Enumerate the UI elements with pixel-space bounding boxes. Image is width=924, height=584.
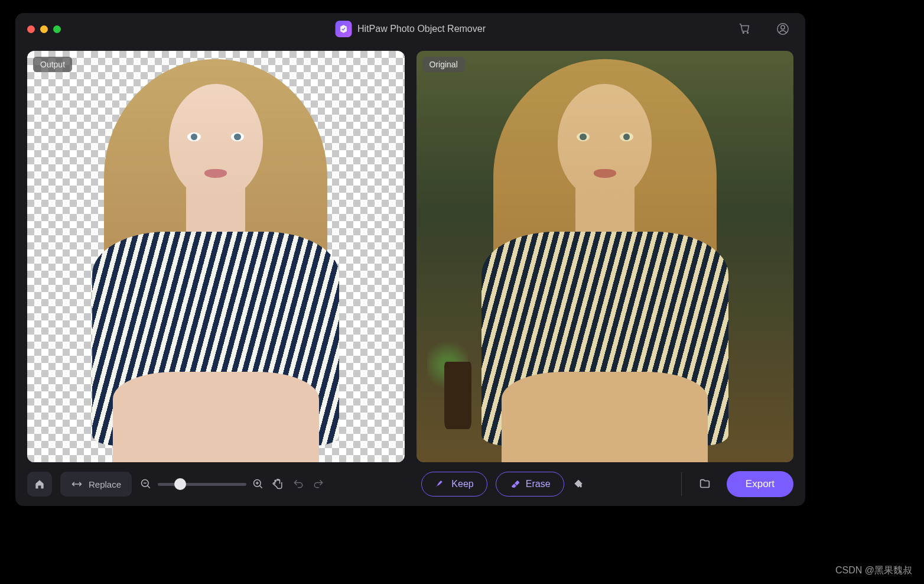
selection-overlay [417,51,794,462]
original-panel[interactable]: Original [417,51,794,462]
erase-button[interactable]: Erase [496,472,564,497]
svg-point-1 [781,25,785,29]
replace-label: Replace [89,479,121,489]
zoom-out-button[interactable] [140,472,152,497]
output-subject [69,51,363,462]
title-actions [734,18,793,40]
export-button[interactable]: Export [727,471,793,497]
app-icon [335,21,352,37]
watermark: CSDN @黑果魏叔 [835,564,912,577]
toolbar-divider [681,472,682,496]
home-button[interactable] [27,472,52,497]
redo-button[interactable] [313,472,324,497]
output-folder-button[interactable] [692,472,717,497]
titlebar: HitPaw Photo Object Remover [15,13,805,45]
workspace: Output Original [15,45,805,462]
app-window: HitPaw Photo Object Remover Output [15,13,805,506]
keep-button[interactable]: Keep [421,472,487,497]
zoom-slider[interactable] [158,483,246,486]
fill-button[interactable] [572,472,584,497]
export-group: Export [692,471,793,497]
toolbar: Replace Ke [15,462,805,506]
zoom-controls [140,472,264,497]
undo-button[interactable] [292,472,304,497]
profile-button[interactable] [772,18,793,40]
replace-button[interactable]: Replace [60,472,132,497]
pan-button[interactable] [272,472,284,497]
traffic-lights [27,25,61,33]
zoom-in-button[interactable] [252,472,264,497]
minimize-window-button[interactable] [40,25,48,33]
title-center: HitPaw Photo Object Remover [335,21,486,37]
output-badge: Output [33,57,72,72]
app-title: HitPaw Photo Object Remover [357,24,486,34]
maximize-window-button[interactable] [53,25,61,33]
history-controls [292,472,324,497]
close-window-button[interactable] [27,25,35,33]
output-panel[interactable]: Output [27,51,405,462]
cart-button[interactable] [734,18,756,40]
keep-label: Keep [451,479,473,489]
zoom-slider-thumb[interactable] [174,478,186,490]
erase-label: Erase [526,479,551,489]
original-badge: Original [422,57,465,72]
tool-selection: Keep Erase [421,472,584,497]
